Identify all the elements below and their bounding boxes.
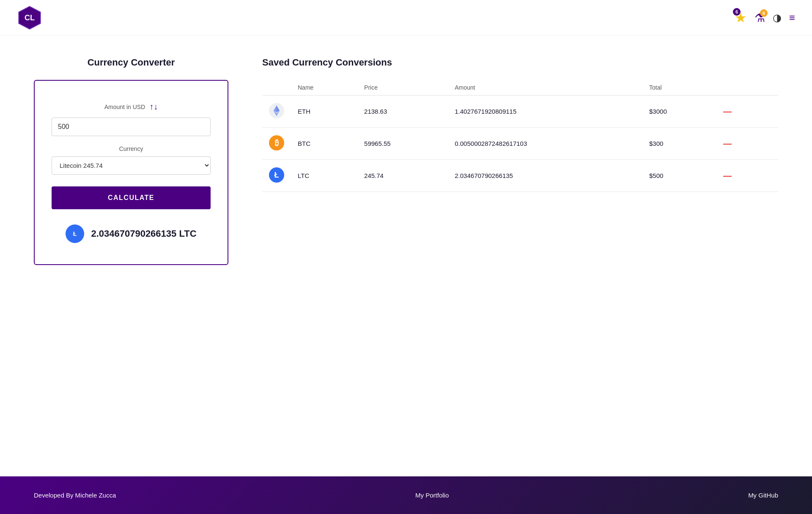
footer: Developed By Michele Zucca My Portfolio … — [0, 476, 812, 514]
row-price-btc: 59965.55 — [357, 128, 448, 160]
row-symbol-ltc: LTC — [291, 160, 357, 192]
svg-text:CL: CL — [25, 14, 35, 22]
result-number: 2.034670790266135 — [91, 228, 176, 239]
delete-button-ltc[interactable]: — — [720, 170, 735, 181]
arrows-icon: ↑↓ — [149, 102, 158, 112]
col-actions — [713, 80, 778, 96]
result-value: 2.034670790266135 LTC — [91, 228, 196, 239]
header-right: ★ 6 ⚗ 6 ◑ ≡ — [735, 10, 795, 26]
ltc-result-icon: Ł — [66, 224, 84, 243]
table-row: ETH 2138.63 1.4027671920809115 $3000 — — [262, 96, 778, 128]
saved-section: Saved Currency Conversions Name Price Am… — [262, 57, 778, 455]
row-price-ltc: 245.74 — [357, 160, 448, 192]
col-amount: Amount — [448, 80, 642, 96]
row-total-ltc: $500 — [642, 160, 713, 192]
col-total: Total — [642, 80, 713, 96]
saved-table-header: Name Price Amount Total — [262, 80, 778, 96]
theme-toggle-button[interactable]: ◑ — [773, 12, 782, 24]
row-amount-eth: 1.4027671920809115 — [448, 96, 642, 128]
svg-text:Ł: Ł — [274, 171, 279, 179]
row-amount-btc: 0.0050002872482617103 — [448, 128, 642, 160]
funnel-wrap[interactable]: ⚗ 6 — [754, 11, 765, 25]
col-name: Name — [291, 80, 357, 96]
result-currency: LTC — [179, 228, 196, 239]
saved-table: Name Price Amount Total ETH 2138.63 1.40… — [262, 80, 778, 192]
currency-select[interactable]: Litecoin 245.74 Ethereum 2138.63 Bitcoin… — [52, 156, 211, 175]
row-symbol-eth: ETH — [291, 96, 357, 128]
row-delete-ltc[interactable]: — — [713, 160, 778, 192]
currency-label: Currency — [119, 145, 143, 152]
col-icon — [262, 80, 291, 96]
converter-title: Currency Converter — [34, 57, 228, 68]
calculate-button[interactable]: CALCULATE — [52, 186, 211, 209]
star-badge: 6 — [733, 8, 741, 16]
row-icon-btc: ₿ — [262, 128, 291, 160]
footer-github-link[interactable]: My GitHub — [748, 492, 778, 499]
converter-card: Amount in USD ↑↓ Currency Litecoin 245.7… — [34, 80, 228, 265]
result-row: Ł 2.034670790266135 LTC — [66, 224, 196, 243]
converter-section: Currency Converter Amount in USD ↑↓ Curr… — [34, 57, 228, 455]
row-price-eth: 2138.63 — [357, 96, 448, 128]
svg-text:₿: ₿ — [275, 139, 279, 147]
row-total-eth: $3000 — [642, 96, 713, 128]
main-content: Currency Converter Amount in USD ↑↓ Curr… — [0, 36, 812, 476]
amount-input[interactable] — [52, 118, 211, 136]
logo-wrap[interactable]: CL — [17, 5, 42, 30]
funnel-badge: 6 — [760, 9, 768, 17]
row-total-btc: $300 — [642, 128, 713, 160]
footer-portfolio-link[interactable]: My Portfolio — [415, 492, 449, 499]
row-icon-eth — [262, 96, 291, 128]
delete-button-btc[interactable]: — — [720, 138, 735, 149]
hamburger-menu-button[interactable]: ≡ — [789, 12, 795, 24]
favorites-wrap[interactable]: ★ 6 — [735, 10, 747, 26]
row-amount-ltc: 2.034670790266135 — [448, 160, 642, 192]
col-price: Price — [357, 80, 448, 96]
delete-button-eth[interactable]: — — [720, 106, 735, 117]
row-delete-eth[interactable]: — — [713, 96, 778, 128]
row-icon-ltc: Ł — [262, 160, 291, 192]
footer-developer: Developed By Michele Zucca — [34, 492, 116, 499]
header: CL ★ 6 ⚗ 6 ◑ ≡ — [0, 0, 812, 36]
row-delete-btc[interactable]: — — [713, 128, 778, 160]
table-row: Ł LTC 245.74 2.034670790266135 $500 — — [262, 160, 778, 192]
amount-label-row: Amount in USD ↑↓ — [104, 102, 158, 112]
row-symbol-btc: BTC — [291, 128, 357, 160]
saved-title: Saved Currency Conversions — [262, 57, 778, 68]
table-row: ₿ BTC 59965.55 0.0050002872482617103 $30… — [262, 128, 778, 160]
svg-text:Ł: Ł — [73, 230, 77, 237]
saved-table-body: ETH 2138.63 1.4027671920809115 $3000 — ₿… — [262, 96, 778, 192]
amount-label: Amount in USD — [104, 104, 145, 110]
